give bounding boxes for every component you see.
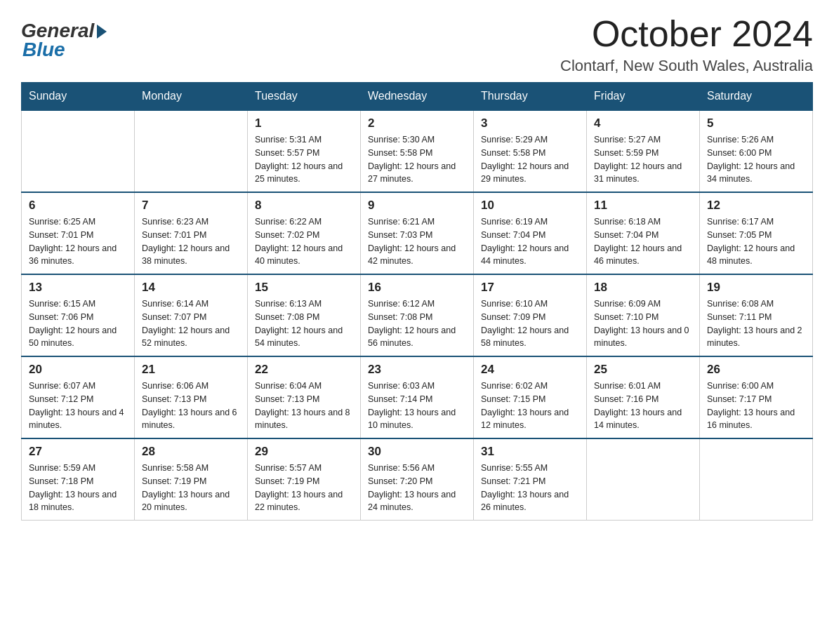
day-number: 29 [255, 445, 353, 459]
calendar-cell: 11Sunrise: 6:18 AMSunset: 7:04 PMDayligh… [587, 192, 700, 274]
day-number: 28 [142, 445, 240, 459]
day-info: Sunrise: 6:13 AMSunset: 7:08 PMDaylight:… [255, 297, 353, 350]
calendar-table: SundayMondayTuesdayWednesdayThursdayFrid… [21, 82, 813, 521]
day-number: 5 [707, 116, 805, 130]
day-info: Sunrise: 6:10 AMSunset: 7:09 PMDaylight:… [481, 297, 579, 350]
day-number: 9 [368, 199, 466, 213]
day-info: Sunrise: 6:08 AMSunset: 7:11 PMDaylight:… [707, 297, 805, 350]
day-info: Sunrise: 5:26 AMSunset: 6:00 PMDaylight:… [707, 133, 805, 186]
calendar-cell: 7Sunrise: 6:23 AMSunset: 7:01 PMDaylight… [135, 192, 248, 274]
logo-arrow-icon [97, 25, 107, 39]
weekday-header-wednesday: Wednesday [361, 83, 474, 111]
calendar-cell: 19Sunrise: 6:08 AMSunset: 7:11 PMDayligh… [700, 274, 813, 356]
calendar-cell: 13Sunrise: 6:15 AMSunset: 7:06 PMDayligh… [22, 274, 135, 356]
day-number: 21 [142, 363, 240, 377]
calendar-cell [135, 110, 248, 192]
calendar-cell: 4Sunrise: 5:27 AMSunset: 5:59 PMDaylight… [587, 110, 700, 192]
day-number: 16 [368, 281, 466, 295]
day-number: 7 [142, 199, 240, 213]
day-number: 6 [29, 199, 127, 213]
calendar-cell: 3Sunrise: 5:29 AMSunset: 5:58 PMDaylight… [474, 110, 587, 192]
day-number: 2 [368, 116, 466, 130]
calendar-cell: 28Sunrise: 5:58 AMSunset: 7:19 PMDayligh… [135, 438, 248, 521]
weekday-header-thursday: Thursday [474, 83, 587, 111]
day-info: Sunrise: 6:02 AMSunset: 7:15 PMDaylight:… [481, 380, 579, 432]
calendar-cell: 16Sunrise: 6:12 AMSunset: 7:08 PMDayligh… [361, 274, 474, 356]
calendar-cell: 21Sunrise: 6:06 AMSunset: 7:13 PMDayligh… [135, 356, 248, 438]
calendar-cell [700, 438, 813, 521]
calendar-cell: 9Sunrise: 6:21 AMSunset: 7:03 PMDaylight… [361, 192, 474, 274]
calendar-cell: 27Sunrise: 5:59 AMSunset: 7:18 PMDayligh… [22, 438, 135, 521]
day-number: 13 [29, 281, 127, 295]
calendar-week-row: 1Sunrise: 5:31 AMSunset: 5:57 PMDaylight… [22, 110, 813, 192]
calendar-cell: 31Sunrise: 5:55 AMSunset: 7:21 PMDayligh… [474, 438, 587, 521]
calendar-cell: 29Sunrise: 5:57 AMSunset: 7:19 PMDayligh… [248, 438, 361, 521]
location-text: Clontarf, New South Wales, Australia [560, 57, 813, 75]
day-number: 18 [594, 281, 692, 295]
calendar-cell [587, 438, 700, 521]
calendar-cell: 15Sunrise: 6:13 AMSunset: 7:08 PMDayligh… [248, 274, 361, 356]
day-number: 20 [29, 363, 127, 377]
day-info: Sunrise: 5:31 AMSunset: 5:57 PMDaylight:… [255, 133, 353, 186]
day-info: Sunrise: 5:58 AMSunset: 7:19 PMDaylight:… [142, 462, 240, 514]
day-info: Sunrise: 6:18 AMSunset: 7:04 PMDaylight:… [594, 215, 692, 268]
day-info: Sunrise: 6:04 AMSunset: 7:13 PMDaylight:… [255, 380, 353, 432]
day-number: 4 [594, 116, 692, 130]
day-info: Sunrise: 6:17 AMSunset: 7:05 PMDaylight:… [707, 215, 805, 268]
weekday-header-sunday: Sunday [22, 83, 135, 111]
calendar-cell: 30Sunrise: 5:56 AMSunset: 7:20 PMDayligh… [361, 438, 474, 521]
calendar-week-row: 6Sunrise: 6:25 AMSunset: 7:01 PMDaylight… [22, 192, 813, 274]
logo-blue-text: Blue [22, 39, 65, 61]
day-info: Sunrise: 6:01 AMSunset: 7:16 PMDaylight:… [594, 380, 692, 432]
calendar-cell: 2Sunrise: 5:30 AMSunset: 5:58 PMDaylight… [361, 110, 474, 192]
day-info: Sunrise: 6:12 AMSunset: 7:08 PMDaylight:… [368, 297, 466, 350]
day-info: Sunrise: 5:55 AMSunset: 7:21 PMDaylight:… [481, 462, 579, 514]
day-number: 24 [481, 363, 579, 377]
calendar-cell [22, 110, 135, 192]
calendar-cell: 8Sunrise: 6:22 AMSunset: 7:02 PMDaylight… [248, 192, 361, 274]
calendar-week-row: 27Sunrise: 5:59 AMSunset: 7:18 PMDayligh… [22, 438, 813, 521]
day-info: Sunrise: 6:25 AMSunset: 7:01 PMDaylight:… [29, 215, 127, 268]
day-info: Sunrise: 6:15 AMSunset: 7:06 PMDaylight:… [29, 297, 127, 350]
day-info: Sunrise: 6:19 AMSunset: 7:04 PMDaylight:… [481, 215, 579, 268]
calendar-cell: 14Sunrise: 6:14 AMSunset: 7:07 PMDayligh… [135, 274, 248, 356]
day-number: 25 [594, 363, 692, 377]
day-number: 19 [707, 281, 805, 295]
calendar-cell: 6Sunrise: 6:25 AMSunset: 7:01 PMDaylight… [22, 192, 135, 274]
weekday-header-friday: Friday [587, 83, 700, 111]
calendar-week-row: 20Sunrise: 6:07 AMSunset: 7:12 PMDayligh… [22, 356, 813, 438]
month-title: October 2024 [560, 14, 813, 54]
calendar-cell: 1Sunrise: 5:31 AMSunset: 5:57 PMDaylight… [248, 110, 361, 192]
day-number: 8 [255, 199, 353, 213]
day-info: Sunrise: 5:59 AMSunset: 7:18 PMDaylight:… [29, 462, 127, 514]
day-number: 23 [368, 363, 466, 377]
day-number: 11 [594, 199, 692, 213]
day-number: 30 [368, 445, 466, 459]
day-number: 15 [255, 281, 353, 295]
day-info: Sunrise: 6:07 AMSunset: 7:12 PMDaylight:… [29, 380, 127, 432]
calendar-header-row: SundayMondayTuesdayWednesdayThursdayFrid… [22, 83, 813, 111]
calendar-cell: 20Sunrise: 6:07 AMSunset: 7:12 PMDayligh… [22, 356, 135, 438]
calendar-week-row: 13Sunrise: 6:15 AMSunset: 7:06 PMDayligh… [22, 274, 813, 356]
day-info: Sunrise: 6:03 AMSunset: 7:14 PMDaylight:… [368, 380, 466, 432]
day-info: Sunrise: 6:23 AMSunset: 7:01 PMDaylight:… [142, 215, 240, 268]
weekday-header-saturday: Saturday [700, 83, 813, 111]
weekday-header-monday: Monday [135, 83, 248, 111]
day-number: 22 [255, 363, 353, 377]
day-info: Sunrise: 5:30 AMSunset: 5:58 PMDaylight:… [368, 133, 466, 186]
calendar-cell: 25Sunrise: 6:01 AMSunset: 7:16 PMDayligh… [587, 356, 700, 438]
day-number: 31 [481, 445, 579, 459]
day-number: 14 [142, 281, 240, 295]
calendar-cell: 23Sunrise: 6:03 AMSunset: 7:14 PMDayligh… [361, 356, 474, 438]
calendar-cell: 12Sunrise: 6:17 AMSunset: 7:05 PMDayligh… [700, 192, 813, 274]
day-info: Sunrise: 6:14 AMSunset: 7:07 PMDaylight:… [142, 297, 240, 350]
day-info: Sunrise: 5:57 AMSunset: 7:19 PMDaylight:… [255, 462, 353, 514]
day-info: Sunrise: 5:56 AMSunset: 7:20 PMDaylight:… [368, 462, 466, 514]
day-info: Sunrise: 6:00 AMSunset: 7:17 PMDaylight:… [707, 380, 805, 432]
day-info: Sunrise: 5:27 AMSunset: 5:59 PMDaylight:… [594, 133, 692, 186]
day-number: 26 [707, 363, 805, 377]
day-number: 10 [481, 199, 579, 213]
day-number: 12 [707, 199, 805, 213]
day-info: Sunrise: 6:09 AMSunset: 7:10 PMDaylight:… [594, 297, 692, 350]
calendar-cell: 10Sunrise: 6:19 AMSunset: 7:04 PMDayligh… [474, 192, 587, 274]
